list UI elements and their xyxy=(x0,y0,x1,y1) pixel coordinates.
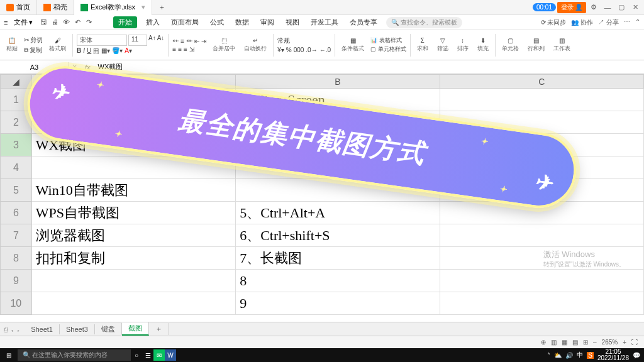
new-tab-button[interactable]: ＋ xyxy=(152,0,172,15)
italic-button[interactable]: I xyxy=(83,47,85,56)
tray-icon[interactable]: 🔊 xyxy=(565,352,573,359)
font-color-button[interactable]: A▾ xyxy=(125,47,132,56)
name-box[interactable]: A3 xyxy=(0,62,69,72)
dec-dec[interactable]: ←.0 xyxy=(319,47,331,53)
save-icon[interactable]: 🖫 xyxy=(39,18,48,26)
row-header[interactable]: 5 xyxy=(1,179,32,202)
cell[interactable]: 5、Ctrl+Alt+A xyxy=(236,202,440,224)
tray-icon[interactable]: ⛅ xyxy=(554,352,562,359)
cell[interactable] xyxy=(236,179,440,202)
cell[interactable] xyxy=(440,292,643,315)
sheet-tab[interactable]: 键盘 xyxy=(95,323,122,335)
cell[interactable] xyxy=(31,292,235,315)
preview-icon[interactable]: 👁 xyxy=(62,18,70,26)
cell[interactable] xyxy=(440,156,643,179)
fx-icon[interactable]: fx xyxy=(80,63,96,71)
dec-font-icon[interactable]: A↓ xyxy=(157,35,165,46)
clock[interactable]: 21:052022/11/28 xyxy=(597,349,629,361)
zoom-in[interactable]: + xyxy=(623,339,626,346)
ime-icon[interactable]: 中 xyxy=(577,351,583,359)
underline-button[interactable]: U xyxy=(87,47,91,56)
cell[interactable]: 扣扣和复制 xyxy=(31,247,235,270)
row-header[interactable]: 4 xyxy=(1,156,32,179)
collapse-icon[interactable]: ⌃ xyxy=(635,18,640,27)
fn-cancel[interactable]: ✕ xyxy=(69,63,80,71)
cell[interactable]: 6、Ctrl+shift+S xyxy=(236,224,440,247)
view-page[interactable]: ▤ xyxy=(572,339,578,346)
cell[interactable] xyxy=(440,89,643,111)
tab-file[interactable]: Excel教学.xlsx▾ xyxy=(74,0,152,15)
print-icon[interactable]: 🖨 xyxy=(50,18,59,26)
cell[interactable] xyxy=(440,224,643,247)
sort-icon[interactable]: ↕ xyxy=(461,37,464,44)
add-sheet-button[interactable]: ＋ xyxy=(149,323,169,335)
copy-button[interactable]: ⧉ 复制 xyxy=(24,46,43,55)
orient[interactable]: ⇲ xyxy=(189,46,194,53)
row-header[interactable]: 9 xyxy=(1,270,32,292)
undo-icon[interactable]: ↶ xyxy=(73,18,82,26)
cortana-icon[interactable]: ○ xyxy=(131,349,142,361)
tray-icon[interactable]: S xyxy=(587,352,594,359)
cell-style[interactable]: ▢ 单元格样式 xyxy=(370,45,406,53)
start-button[interactable]: ⊞ xyxy=(0,349,18,361)
font-name-select[interactable]: 宋体 xyxy=(77,35,127,46)
sheet-tab-active[interactable]: 截图 xyxy=(122,322,149,336)
indent-dec[interactable]: ⇤ xyxy=(194,38,199,45)
cell[interactable] xyxy=(31,270,235,292)
border-button[interactable]: ▦▾ xyxy=(101,47,110,56)
format-painter-icon[interactable]: 🖌 xyxy=(55,37,61,44)
font-size-select[interactable]: 11 xyxy=(128,35,147,46)
sum-icon[interactable]: Σ xyxy=(420,37,424,44)
select-all[interactable]: ◢ xyxy=(1,75,32,89)
cell[interactable]: WPS自带截图 xyxy=(31,202,235,224)
strike-button[interactable]: 田 xyxy=(93,47,99,56)
row-header[interactable]: 8 xyxy=(1,247,32,270)
cell-icon[interactable]: ▢ xyxy=(508,37,513,44)
tab-view[interactable]: 视图 xyxy=(283,16,302,28)
row-header[interactable]: 6 xyxy=(1,202,32,224)
row-header[interactable]: 10 xyxy=(1,292,32,315)
cell[interactable] xyxy=(440,111,643,134)
bold-button[interactable]: B xyxy=(77,47,81,56)
fill-icon[interactable]: ⬇ xyxy=(480,37,486,44)
cell[interactable] xyxy=(236,134,440,156)
ws-icon[interactable]: ▥ xyxy=(559,37,565,44)
row-header[interactable]: 2 xyxy=(1,111,32,134)
tab-review[interactable]: 审阅 xyxy=(258,16,277,28)
filter-icon[interactable]: ▽ xyxy=(440,37,445,44)
col-header-c[interactable]: C xyxy=(440,75,643,89)
align-left[interactable]: ≡ xyxy=(172,46,176,53)
cell[interactable]: 7、长截图 xyxy=(236,247,440,270)
minimize-button[interactable]: — xyxy=(601,1,614,14)
app-icon[interactable]: W xyxy=(165,349,176,361)
cell[interactable]: WX截图 xyxy=(31,134,235,156)
align-mid[interactable]: ≡ xyxy=(180,38,184,45)
number-format[interactable]: 常规 xyxy=(277,36,315,45)
collab-button[interactable]: 👥 协作 xyxy=(571,18,593,27)
formula-input[interactable]: WX截图 xyxy=(96,62,123,72)
cell[interactable]: 8 xyxy=(236,270,440,292)
close-button[interactable]: ✕ xyxy=(629,1,641,14)
view-icon[interactable]: ⊕ xyxy=(541,339,546,346)
cell[interactable] xyxy=(440,270,643,292)
cell[interactable]: 浏览器截图 xyxy=(31,224,235,247)
tab-home[interactable]: 首页 xyxy=(0,0,37,15)
rowcol-icon[interactable]: ▤ xyxy=(533,37,539,44)
share-button[interactable]: ↗ 分享 xyxy=(598,18,619,27)
comma[interactable]: 000 xyxy=(294,47,304,53)
row-header[interactable]: 7 xyxy=(1,224,32,247)
zoom-out[interactable]: – xyxy=(593,339,597,346)
tab-member[interactable]: 会员专享 xyxy=(347,16,380,28)
table-style[interactable]: 📊 表格样式 xyxy=(370,36,406,45)
view-break[interactable]: ⊞ xyxy=(583,339,588,346)
cell[interactable] xyxy=(440,134,643,156)
file-menu[interactable]: 文件 ▾ xyxy=(10,16,36,28)
login-button[interactable]: 登录 👤 xyxy=(557,2,586,13)
cell[interactable]: 1、PrintScreen xyxy=(236,89,440,111)
cell[interactable]: Win10自带截图 xyxy=(31,179,235,202)
inc-font-icon[interactable]: A↑ xyxy=(148,35,156,46)
maximize-button[interactable]: ▢ xyxy=(615,1,628,14)
redo-icon[interactable]: ↷ xyxy=(84,18,93,26)
cond-format-icon[interactable]: ▦ xyxy=(350,37,356,44)
sync-status[interactable]: ⟳ 未同步 xyxy=(541,18,567,27)
